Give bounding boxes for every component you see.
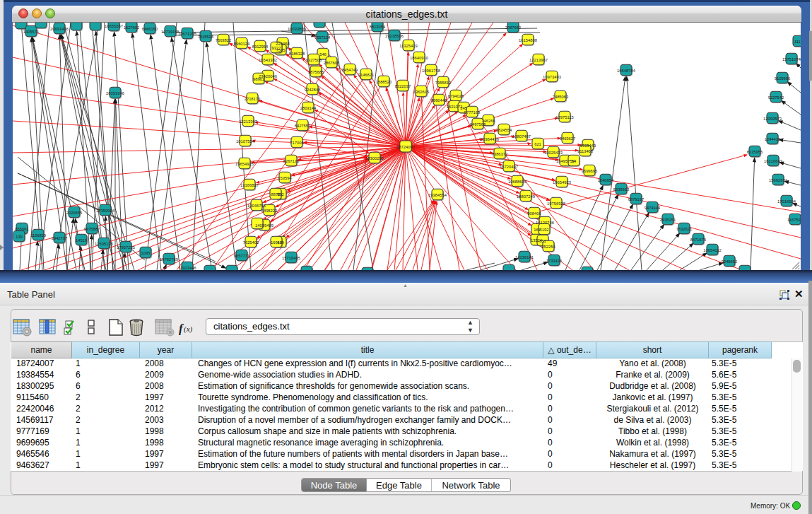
svg-text:1167533: 1167533	[787, 218, 801, 222]
svg-text:16210643: 16210643	[764, 159, 782, 163]
svg-text:12505135: 12505135	[95, 242, 113, 246]
svg-text:7663822: 7663822	[216, 38, 232, 42]
svg-text:10961758: 10961758	[422, 69, 440, 73]
svg-text:16543382: 16543382	[259, 58, 277, 62]
svg-text:13166827: 13166827	[240, 183, 259, 187]
svg-text:20691406: 20691406	[50, 27, 69, 31]
svg-text:139: 139	[16, 235, 23, 239]
svg-text:1362615: 1362615	[413, 90, 430, 94]
svg-text:9657771: 9657771	[234, 254, 250, 258]
svg-text:2942737: 2942737	[52, 236, 68, 240]
svg-text:10046755: 10046755	[247, 204, 266, 208]
svg-text:7955812: 7955812	[435, 81, 452, 85]
svg-text:8454749: 8454749	[342, 68, 358, 72]
svg-text:10671355: 10671355	[178, 32, 196, 36]
svg-text:717006: 717006	[290, 141, 303, 145]
svg-text:2867608: 2867608	[324, 61, 340, 65]
svg-text:(x): (x)	[184, 325, 193, 334]
svg-text:252254: 252254	[541, 245, 555, 249]
svg-text:8813054: 8813054	[370, 25, 386, 29]
svg-text:9129966: 9129966	[775, 76, 791, 81]
svg-text:10654112: 10654112	[703, 248, 721, 252]
svg-text:18300295: 18300295	[365, 156, 384, 160]
svg-text:26053346: 26053346	[106, 91, 124, 95]
svg-text:6498222: 6498222	[261, 209, 278, 213]
svg-text:546: 546	[319, 52, 326, 57]
svg-text:9327: 9327	[272, 46, 281, 50]
svg-text:98961: 98961	[253, 77, 264, 81]
svg-text:9113463: 9113463	[577, 149, 593, 153]
svg-text:6497568: 6497568	[470, 122, 486, 127]
svg-text:851: 851	[539, 239, 546, 243]
svg-text:8960124: 8960124	[234, 42, 250, 46]
svg-text:12093573: 12093573	[763, 117, 782, 121]
svg-text:7386372: 7386372	[492, 152, 508, 156]
svg-text:9777169: 9777169	[464, 110, 481, 115]
svg-text:2020655: 2020655	[66, 211, 83, 215]
svg-text:16648784: 16648784	[617, 69, 636, 73]
svg-text:16914: 16914	[271, 240, 283, 245]
svg-text:9474444: 9474444	[645, 206, 661, 210]
svg-text:14099489: 14099489	[255, 223, 273, 228]
svg-text:11325419: 11325419	[399, 44, 417, 48]
svg-text:9463627: 9463627	[560, 136, 576, 141]
svg-text:15751074: 15751074	[782, 57, 801, 62]
svg-text:19218506: 19218506	[385, 34, 404, 38]
svg-text:18640910: 18640910	[410, 56, 428, 60]
svg-text:9146821: 9146821	[358, 73, 375, 77]
svg-text:7357224: 7357224	[314, 35, 331, 40]
svg-text:1405571: 1405571	[23, 30, 40, 34]
svg-text:8938923: 8938923	[613, 187, 630, 192]
svg-text:7485063: 7485063	[553, 95, 569, 99]
svg-text:18807249: 18807249	[517, 194, 535, 199]
svg-text:908406: 908406	[527, 211, 541, 216]
svg-text:14519: 14519	[76, 238, 87, 243]
svg-text:8322037: 8322037	[395, 84, 411, 88]
svg-text:1588520: 1588520	[376, 80, 392, 84]
svg-text:5192: 5192	[540, 228, 549, 232]
svg-text:8267130: 8267130	[283, 159, 300, 163]
svg-text:11923446: 11923446	[178, 266, 196, 270]
svg-text:9699695: 9699695	[582, 169, 598, 173]
svg-text:64: 64	[572, 159, 577, 163]
svg-text:7632621: 7632621	[676, 227, 693, 231]
svg-text:8912954: 8912954	[252, 45, 269, 49]
svg-text:9242848: 9242848	[305, 88, 321, 92]
svg-text:17016504: 17016504	[777, 199, 796, 204]
svg-text:9975887: 9975887	[84, 227, 100, 231]
svg-text:16033809: 16033809	[288, 27, 306, 31]
svg-text:16782759: 16782759	[160, 257, 178, 262]
svg-text:12213967: 12213967	[529, 58, 548, 62]
svg-text:10107554: 10107554	[236, 139, 255, 144]
svg-text:7515526: 7515526	[198, 35, 214, 39]
svg-text:10025433: 10025433	[544, 151, 563, 155]
svg-text:2803144: 2803144	[300, 106, 317, 110]
svg-text:10973493: 10973493	[543, 75, 561, 79]
svg-text:8471676: 8471676	[690, 238, 707, 242]
svg-text:9245652: 9245652	[722, 259, 738, 264]
svg-text:15716485: 15716485	[282, 256, 300, 260]
svg-text:3875685: 3875685	[308, 70, 324, 74]
svg-text:6794028: 6794028	[448, 94, 464, 98]
svg-text:17957255: 17957255	[117, 245, 135, 250]
svg-text:8990448: 8990448	[431, 98, 447, 103]
svg-text:20364436: 20364436	[481, 137, 499, 141]
svg-text:621: 621	[534, 142, 541, 146]
svg-text:1640954: 1640954	[598, 178, 614, 182]
svg-text:19384554: 19384554	[428, 193, 447, 197]
svg-text:19654923: 19654923	[553, 180, 571, 185]
svg-text:2718170: 2718170	[245, 97, 261, 101]
svg-text:6879197: 6879197	[628, 197, 645, 201]
svg-text:1095: 1095	[141, 251, 151, 255]
svg-text:2935151: 2935151	[660, 218, 676, 222]
svg-text:1156829: 1156829	[30, 233, 46, 238]
svg-text:2087682: 2087682	[505, 25, 522, 30]
svg-text:10655267: 10655267	[105, 24, 123, 28]
svg-text:15720407: 15720407	[500, 165, 518, 169]
svg-text:9327508: 9327508	[306, 58, 322, 62]
svg-text:1117: 1117	[794, 40, 801, 44]
svg-text:15692971: 15692971	[769, 178, 787, 182]
svg-text:8427552: 8427552	[295, 124, 311, 128]
svg-text:16120746: 16120746	[536, 221, 554, 225]
svg-text:855061: 855061	[15, 227, 28, 231]
